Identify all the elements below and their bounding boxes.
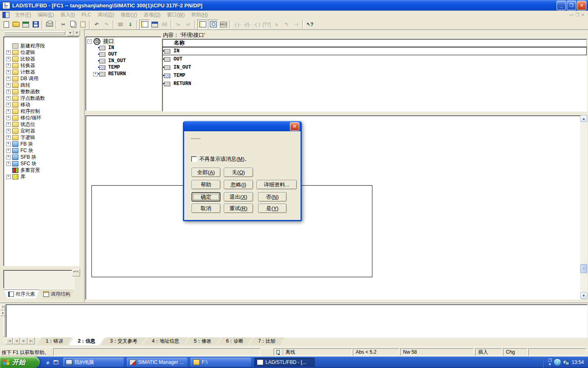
tab-address-info[interactable]: 4：地址信息 [143, 337, 188, 345]
t-branch-icon[interactable]: ⊣ [291, 20, 301, 29]
contact-nc-icon[interactable]: -|/|- [242, 20, 252, 29]
expand-plus-icon[interactable] [6, 103, 11, 107]
menu-help[interactable]: 帮助(H) [188, 11, 211, 19]
coil-icon[interactable]: -( ) [252, 20, 262, 29]
detail-view-icon[interactable] [208, 20, 218, 29]
open-branch-icon[interactable]: ↳ [272, 20, 281, 29]
blocks-icon[interactable] [150, 20, 160, 29]
expand-plus-icon[interactable] [6, 96, 11, 101]
cut-icon[interactable]: ✂ [58, 20, 68, 29]
interface-child-row[interactable]: IN_OUT [87, 58, 161, 64]
tree-item[interactable]: 字逻辑 [4, 134, 79, 141]
monitor-glasses-icon[interactable]: 66 [160, 20, 169, 29]
tab-program-elements[interactable]: 程序元素 [4, 289, 39, 298]
palette-drag-handle[interactable]: ▾ ✕ [3, 30, 80, 35]
tree-item[interactable]: 多重背景 [4, 167, 79, 173]
tab-scroll-next-icon[interactable]: ▶ [20, 337, 27, 344]
tree-item[interactable]: 比较器 [4, 56, 79, 62]
mdi-restore-icon[interactable]: ❐ [575, 12, 579, 18]
start-button[interactable]: 开始 [0, 357, 40, 368]
dont-show-again-checkbox[interactable] [191, 156, 197, 162]
expand-plus-icon[interactable] [6, 76, 11, 81]
tree-item[interactable]: 移动 [4, 101, 79, 108]
redo-icon[interactable]: ↷ [102, 20, 111, 29]
vertical-scrollbar[interactable]: ▲ ≡ ▼ [580, 115, 587, 299]
menu-debug[interactable]: 调试(D) [94, 11, 118, 19]
mdi-minimize-icon[interactable]: — [569, 12, 574, 18]
expand-plus-icon[interactable] [6, 116, 11, 120]
interface-child-row[interactable]: TEMP [87, 64, 161, 71]
expand-plus-icon[interactable] [6, 129, 11, 133]
expand-plus-icon[interactable] [6, 70, 11, 74]
ignore-button[interactable]: 忽略(I) [224, 180, 253, 189]
expand-plus-icon[interactable] [93, 72, 98, 76]
download-icon[interactable]: ⇓ [125, 20, 135, 29]
expand-plus-icon[interactable] [6, 162, 11, 166]
menu-options[interactable]: 选项(O) [140, 11, 164, 19]
tree-item[interactable]: DB 调用 [4, 75, 79, 82]
expand-plus-icon[interactable] [6, 57, 11, 61]
hide-icons-chevron-icon[interactable]: ‹ [554, 359, 561, 366]
tree-item[interactable]: 新建程序段 [4, 43, 79, 49]
mdi-close-icon[interactable]: ✕ [581, 12, 585, 18]
tree-item[interactable]: 计数器 [4, 69, 79, 75]
tree-item[interactable]: 跳转 [4, 82, 79, 88]
tab-diagnostics[interactable]: 6：诊断 [217, 337, 252, 345]
download-to-pg-icon[interactable] [21, 20, 31, 29]
print-icon[interactable] [45, 20, 54, 29]
exit-button[interactable]: 退出(X) [224, 192, 253, 202]
expand-plus-icon[interactable] [6, 122, 11, 127]
interface-root-row[interactable]: − 接口 [87, 38, 161, 45]
tab-call-structure[interactable]: 调用结构 [39, 289, 74, 298]
taskbar-lad-stl-fbd[interactable]: LAD/STL/FBD - [... [254, 358, 315, 367]
output-drag-handle[interactable] [3, 304, 5, 337]
palette-menu-icon[interactable]: ▾ [67, 30, 74, 36]
tab-comparison[interactable]: 7：比较 [249, 337, 285, 345]
goto-previous-error-icon[interactable]: !« [174, 20, 183, 29]
tab-cross-reference[interactable]: 3：交叉参考 [101, 337, 146, 345]
new-icon[interactable] [1, 20, 11, 29]
cancel-button[interactable]: 取消 [192, 204, 220, 213]
split-view-icon[interactable] [197, 20, 208, 29]
details-button[interactable]: 详细资料... [256, 180, 297, 189]
expand-plus-icon[interactable] [6, 135, 11, 140]
new-network-icon[interactable]: HKO [218, 20, 228, 29]
tree-item[interactable]: 浮点数函数 [4, 95, 79, 101]
undo-icon[interactable]: ↶ [92, 20, 102, 29]
menu-view[interactable]: 视图(V) [118, 11, 140, 19]
table-row[interactable]: RETURN [163, 80, 587, 88]
tab-errors[interactable]: 1：错误 [37, 337, 72, 345]
interface-child-row[interactable]: IN [87, 45, 161, 51]
table-row[interactable]: OUT [163, 55, 587, 63]
expand-plus-icon[interactable] [6, 155, 11, 159]
interface-child-row[interactable]: OUT [87, 51, 161, 58]
scrollbar-thumb[interactable]: ≡ [580, 264, 587, 273]
menu-plc[interactable]: PLC [78, 11, 94, 18]
contact-no-icon[interactable]: -| |- [232, 20, 242, 29]
empty-box-icon[interactable]: [??] [262, 20, 272, 29]
restore-button[interactable]: ❐ [567, 1, 576, 10]
tab-modify[interactable]: 5：修改 [185, 337, 220, 345]
help-button[interactable]: 帮助 [192, 180, 220, 189]
close-button[interactable]: ✕ [577, 1, 586, 10]
menu-edit[interactable]: 编辑(E) [34, 11, 57, 19]
table-row[interactable]: IN [163, 47, 587, 55]
no-button[interactable]: 否(N) [258, 192, 287, 202]
copy-icon[interactable] [68, 20, 78, 29]
tree-item[interactable]: FB 块 [4, 141, 79, 147]
tree-item[interactable]: 库 [4, 173, 79, 180]
scroll-down-icon[interactable]: ▼ [580, 292, 587, 299]
tree-item[interactable]: 整数函数 [4, 88, 79, 95]
expand-plus-icon[interactable] [6, 109, 11, 114]
tree-item[interactable]: FC 块 [4, 147, 79, 154]
tree-item[interactable]: 位逻辑 [4, 49, 79, 56]
taskbar-simatic-manager[interactable]: SIMATIC Manager ... [127, 358, 187, 367]
expand-plus-icon[interactable] [6, 175, 11, 179]
minimize-button[interactable]: _ [557, 1, 566, 10]
network-tray-icon[interactable] [563, 360, 569, 365]
tree-item[interactable]: 状态位 [4, 121, 79, 128]
tab-scroll-last-icon[interactable]: ▶| [28, 337, 35, 344]
tree-item[interactable]: SFB 块 [4, 154, 79, 160]
table-row[interactable]: IN_OUT [163, 63, 587, 72]
open-icon[interactable] [11, 20, 21, 29]
